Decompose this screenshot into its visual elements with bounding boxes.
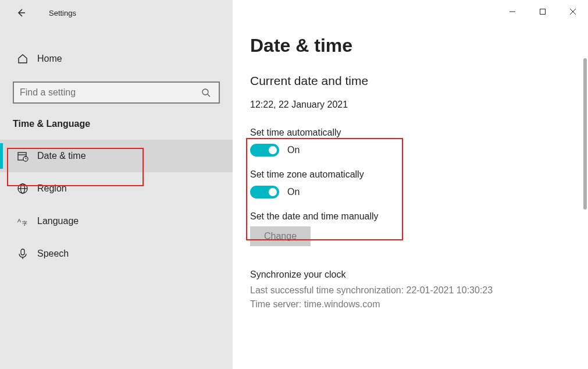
sidebar-item-date-time[interactable]: Date & time <box>0 140 233 172</box>
search-box[interactable] <box>13 81 220 104</box>
microphone-icon <box>16 247 29 260</box>
close-button[interactable] <box>558 0 588 23</box>
page-title: Date & time <box>250 35 588 56</box>
back-button[interactable] <box>10 2 31 23</box>
change-button[interactable]: Change <box>250 226 311 246</box>
svg-text:字: 字 <box>22 221 27 226</box>
sidebar-item-label: Language <box>37 216 79 226</box>
maximize-button[interactable] <box>528 0 558 23</box>
arrow-left-icon <box>16 8 26 17</box>
toggle-state: On <box>287 145 300 155</box>
language-icon: A字 <box>16 215 29 228</box>
scrollbar[interactable] <box>583 58 587 210</box>
sidebar-item-language[interactable]: A字 Language <box>0 205 233 237</box>
set-time-auto-toggle[interactable] <box>250 144 279 157</box>
titlebar: Settings <box>0 0 233 26</box>
sidebar: Settings Home Time & Language Date & tim… <box>0 0 233 369</box>
sync-last-success: Last successful time synchronization: 22… <box>250 283 588 297</box>
calendar-icon <box>16 150 29 162</box>
home-label: Home <box>37 54 62 64</box>
sidebar-item-region[interactable]: Region <box>0 172 233 205</box>
toggle-label: Set time automatically <box>250 127 588 138</box>
home-icon <box>16 52 29 65</box>
minimize-button[interactable] <box>497 0 528 23</box>
sidebar-item-label: Date & time <box>37 151 86 161</box>
app-title: Settings <box>49 9 76 17</box>
section-current-datetime: Current date and time <box>250 74 588 88</box>
svg-point-0 <box>202 89 208 95</box>
svg-rect-15 <box>540 9 546 15</box>
toggle-state: On <box>287 187 300 197</box>
current-datetime-value: 12:22, 22 January 2021 <box>250 100 588 110</box>
svg-rect-12 <box>21 249 24 255</box>
svg-text:A: A <box>17 218 21 223</box>
search-box-container <box>13 81 220 104</box>
globe-icon <box>16 182 29 195</box>
set-timezone-auto-toggle[interactable] <box>250 186 279 198</box>
sidebar-item-speech[interactable]: Speech <box>0 237 233 270</box>
sidebar-item-label: Region <box>37 183 67 194</box>
search-input[interactable] <box>20 87 201 98</box>
window-controls <box>497 0 588 23</box>
manual-set-label: Set the date and time manually <box>250 211 588 222</box>
home-nav[interactable]: Home <box>0 44 233 73</box>
toggle-set-time-auto: Set time automatically On <box>250 127 588 157</box>
sync-clock-title: Synchronize your clock <box>250 269 588 280</box>
sync-time-server: Time server: time.windows.com <box>250 297 588 311</box>
sidebar-section-header: Time & Language <box>0 119 233 140</box>
toggle-set-timezone-auto: Set time zone automatically On <box>250 169 588 198</box>
svg-line-1 <box>208 94 210 97</box>
toggle-label: Set time zone automatically <box>250 169 588 180</box>
main-content: Date & time Current date and time 12:22,… <box>233 0 588 369</box>
sidebar-item-label: Speech <box>37 249 69 259</box>
search-icon <box>201 88 211 97</box>
